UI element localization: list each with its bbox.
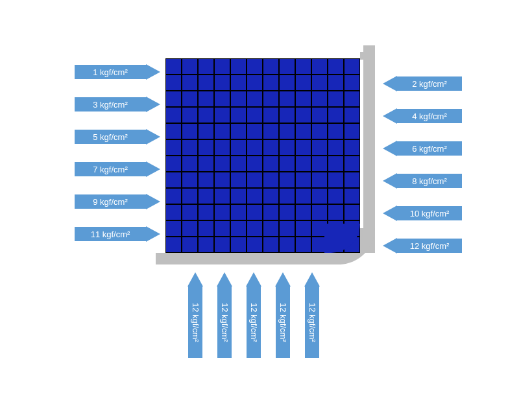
mesh-cell bbox=[165, 139, 182, 156]
arrow-right-icon bbox=[146, 129, 160, 145]
mesh-cell bbox=[295, 220, 311, 237]
mesh-cell bbox=[279, 91, 295, 107]
mesh-cell bbox=[214, 237, 230, 253]
mesh-cell bbox=[198, 58, 214, 75]
mesh-cell bbox=[344, 188, 360, 204]
mesh-cell bbox=[311, 139, 328, 156]
mesh-cell bbox=[182, 58, 198, 75]
mesh-cell bbox=[198, 139, 214, 156]
mesh-cell bbox=[344, 139, 360, 156]
bottom-load-label: 12 kgf/cm² bbox=[305, 287, 319, 358]
retaining-wall-vertical bbox=[363, 45, 375, 253]
mesh-cell bbox=[165, 123, 182, 139]
left-load-label: 7 kgf/cm² bbox=[75, 162, 146, 176]
mesh-cell bbox=[214, 220, 230, 237]
mesh-cell bbox=[230, 107, 247, 123]
arrow-right-icon bbox=[146, 161, 160, 177]
mesh-cell bbox=[344, 156, 360, 172]
left-load-label: 5 kgf/cm² bbox=[75, 130, 146, 144]
mesh-cell bbox=[230, 91, 247, 107]
left-load-label: 1 kgf/cm² bbox=[75, 65, 146, 79]
mesh-cell bbox=[311, 91, 328, 107]
mesh-cell bbox=[182, 139, 198, 156]
mesh-cell bbox=[230, 58, 247, 75]
mesh-cell bbox=[230, 172, 247, 188]
mesh-cell bbox=[295, 204, 311, 220]
mesh-cell bbox=[182, 107, 198, 123]
mesh-cell bbox=[198, 188, 214, 204]
right-load-label: 4 kgf/cm² bbox=[397, 109, 462, 123]
mesh-cell bbox=[182, 123, 198, 139]
arrow-left-icon bbox=[383, 173, 397, 189]
mesh-cell bbox=[279, 156, 295, 172]
arrow-left-icon bbox=[383, 108, 397, 124]
mesh-cell bbox=[344, 107, 360, 123]
mesh-cell bbox=[263, 156, 279, 172]
mesh-cell bbox=[311, 156, 328, 172]
mesh-cell bbox=[279, 123, 295, 139]
mesh-cell bbox=[214, 107, 230, 123]
mesh-cell bbox=[295, 188, 311, 204]
retaining-slab-horizontal bbox=[156, 253, 341, 264]
arrow-left-icon bbox=[383, 206, 397, 221]
mesh-cell bbox=[328, 156, 344, 172]
mesh-cell bbox=[328, 58, 344, 75]
mesh-cell bbox=[165, 220, 182, 237]
mesh-cell bbox=[198, 237, 214, 253]
mesh-cell bbox=[214, 204, 230, 220]
mesh-cell bbox=[295, 123, 311, 139]
mesh-cell bbox=[279, 237, 295, 253]
arrow-right-icon bbox=[146, 64, 160, 80]
mesh-cell bbox=[311, 172, 328, 188]
mesh-cell bbox=[263, 188, 279, 204]
mesh-cell bbox=[214, 91, 230, 107]
mesh-cell bbox=[165, 188, 182, 204]
diagram-canvas: 1 kgf/cm²3 kgf/cm²5 kgf/cm²7 kgf/cm²9 kg… bbox=[0, 0, 532, 411]
mesh-cell bbox=[247, 58, 263, 75]
mesh-cell bbox=[247, 204, 263, 220]
mesh-cell bbox=[344, 75, 360, 91]
mesh-cell bbox=[344, 204, 360, 220]
mesh-cell bbox=[230, 237, 247, 253]
mesh-cell bbox=[247, 123, 263, 139]
mesh-cell bbox=[279, 220, 295, 237]
mesh-cell bbox=[214, 172, 230, 188]
mesh-cell bbox=[263, 107, 279, 123]
arrow-right-icon bbox=[146, 226, 160, 242]
mesh-cell bbox=[182, 156, 198, 172]
left-load-label: 3 kgf/cm² bbox=[75, 97, 146, 112]
mesh-cell bbox=[230, 188, 247, 204]
mesh-cell bbox=[263, 204, 279, 220]
mesh-cell bbox=[230, 75, 247, 91]
mesh-cell bbox=[247, 91, 263, 107]
mesh-cell bbox=[214, 123, 230, 139]
mesh-cell bbox=[165, 107, 182, 123]
mesh-cell bbox=[198, 123, 214, 139]
mesh-cell bbox=[247, 139, 263, 156]
mesh-cell bbox=[198, 75, 214, 91]
mesh-cell bbox=[295, 156, 311, 172]
mesh-cell bbox=[247, 156, 263, 172]
mesh-cell bbox=[344, 172, 360, 188]
mesh-cell bbox=[247, 75, 263, 91]
mesh-cell bbox=[295, 139, 311, 156]
mesh-cell bbox=[165, 156, 182, 172]
mesh-cell bbox=[230, 220, 247, 237]
mesh-cell bbox=[295, 107, 311, 123]
right-load-label: 10 kgf/cm² bbox=[397, 206, 462, 220]
mesh-cell bbox=[230, 204, 247, 220]
mesh-cell bbox=[198, 172, 214, 188]
mesh-cell bbox=[295, 91, 311, 107]
mesh-cell bbox=[263, 172, 279, 188]
retaining-wall-top-lip bbox=[360, 52, 368, 60]
mesh-cell bbox=[279, 172, 295, 188]
mesh-cell bbox=[279, 204, 295, 220]
mesh-cell bbox=[214, 156, 230, 172]
mesh-cell bbox=[198, 156, 214, 172]
mesh-cell bbox=[263, 58, 279, 75]
mesh-cell bbox=[182, 91, 198, 107]
mesh-cell bbox=[295, 237, 311, 253]
arrow-left-icon bbox=[383, 141, 397, 156]
mesh-cell bbox=[263, 91, 279, 107]
mesh-cell bbox=[344, 91, 360, 107]
